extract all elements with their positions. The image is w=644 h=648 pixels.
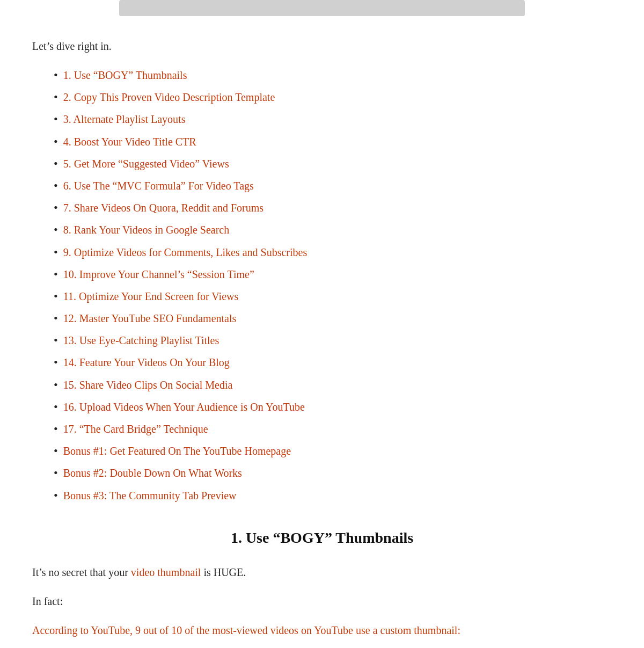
toc-item-13: 13. Use Eye-Catching Playlist Titles: [54, 331, 612, 350]
table-of-contents: 1. Use “BOGY” Thumbnails 2. Copy This Pr…: [54, 65, 612, 505]
toc-item-bonus3: Bonus #3: The Community Tab Preview: [54, 486, 612, 505]
toc-link-4[interactable]: 4. Boost Your Video Title CTR: [63, 133, 196, 150]
toc-link-bonus1[interactable]: Bonus #1: Get Featured On The YouTube Ho…: [63, 442, 291, 460]
toc-item-bonus2: Bonus #2: Double Down On What Works: [54, 463, 612, 482]
toc-item-3: 3. Alternate Playlist Layouts: [54, 110, 612, 128]
intro-paragraph: Let’s dive right in.: [32, 38, 612, 55]
toc-link-7[interactable]: 7. Share Videos On Quora, Reddit and For…: [63, 199, 264, 216]
toc-link-13[interactable]: 13. Use Eye-Catching Playlist Titles: [63, 332, 219, 349]
toc-link-9[interactable]: 9. Optimize Videos for Comments, Likes a…: [63, 244, 307, 261]
section1-thumbnail-link[interactable]: video thumbnail: [131, 566, 201, 578]
section1-blockquote-suffix: , 9 out of 10 of the most-viewed videos …: [130, 624, 460, 636]
top-progress-bar: [119, 0, 525, 16]
toc-item-12: 12. Master YouTube SEO Fundamentals: [54, 309, 612, 327]
toc-item-15: 15. Share Video Clips On Social Media: [54, 375, 612, 394]
section1-blockquote: According to YouTube, 9 out of 10 of the…: [32, 621, 612, 639]
toc-item-16: 16. Upload Videos When Your Audience is …: [54, 397, 612, 416]
toc-link-8[interactable]: 8. Rank Your Videos in Google Search: [63, 221, 230, 238]
toc-item-11: 11. Optimize Your End Screen for Views: [54, 287, 612, 305]
toc-link-1[interactable]: 1. Use “BOGY” Thumbnails: [63, 67, 187, 84]
toc-link-14[interactable]: 14. Feature Your Videos On Your Blog: [63, 354, 230, 371]
toc-link-bonus2[interactable]: Bonus #2: Double Down On What Works: [63, 464, 242, 482]
toc-link-10[interactable]: 10. Improve Your Channel’s “Session Time…: [63, 266, 254, 283]
toc-item-1: 1. Use “BOGY” Thumbnails: [54, 65, 612, 84]
section1-heading: 1. Use “BOGY” Thumbnails: [32, 526, 612, 550]
toc-item-14: 14. Feature Your Videos On Your Blog: [54, 353, 612, 372]
toc-item-2: 2. Copy This Proven Video Description Te…: [54, 88, 612, 106]
toc-item-bonus1: Bonus #1: Get Featured On The YouTube Ho…: [54, 441, 612, 460]
toc-link-17[interactable]: 17. “The Card Bridge” Technique: [63, 420, 208, 438]
section1-para1-suffix: is HUGE.: [201, 566, 246, 578]
toc-link-16[interactable]: 16. Upload Videos When Your Audience is …: [63, 398, 305, 416]
toc-item-6: 6. Use The “MVC Formula” For Video Tags: [54, 176, 612, 195]
toc-link-6[interactable]: 6. Use The “MVC Formula” For Video Tags: [63, 177, 254, 194]
toc-link-3[interactable]: 3. Alternate Playlist Layouts: [63, 111, 186, 128]
toc-link-bonus3[interactable]: Bonus #3: The Community Tab Preview: [63, 487, 237, 504]
toc-item-7: 7. Share Videos On Quora, Reddit and For…: [54, 198, 612, 217]
toc-item-4: 4. Boost Your Video Title CTR: [54, 132, 612, 151]
section1-paragraph2: In fact:: [32, 592, 612, 610]
toc-item-8: 8. Rank Your Videos in Google Search: [54, 220, 612, 239]
toc-link-15[interactable]: 15. Share Video Clips On Social Media: [63, 376, 233, 394]
toc-item-9: 9. Optimize Videos for Comments, Likes a…: [54, 243, 612, 261]
section1-youtube-link[interactable]: According to YouTube: [32, 624, 130, 636]
toc-link-11[interactable]: 11. Optimize Your End Screen for Views: [63, 288, 239, 305]
section1-para1-prefix: It’s no secret that your: [32, 566, 131, 578]
toc-item-5: 5. Get More “Suggested Video” Views: [54, 154, 612, 173]
toc-link-2[interactable]: 2. Copy This Proven Video Description Te…: [63, 89, 275, 106]
toc-link-12[interactable]: 12. Master YouTube SEO Fundamentals: [63, 310, 237, 327]
section1-paragraph1: It’s no secret that your video thumbnail…: [32, 563, 612, 581]
toc-item-17: 17. “The Card Bridge” Technique: [54, 419, 612, 438]
toc-item-10: 10. Improve Your Channel’s “Session Time…: [54, 265, 612, 283]
toc-link-5[interactable]: 5. Get More “Suggested Video” Views: [63, 155, 229, 172]
